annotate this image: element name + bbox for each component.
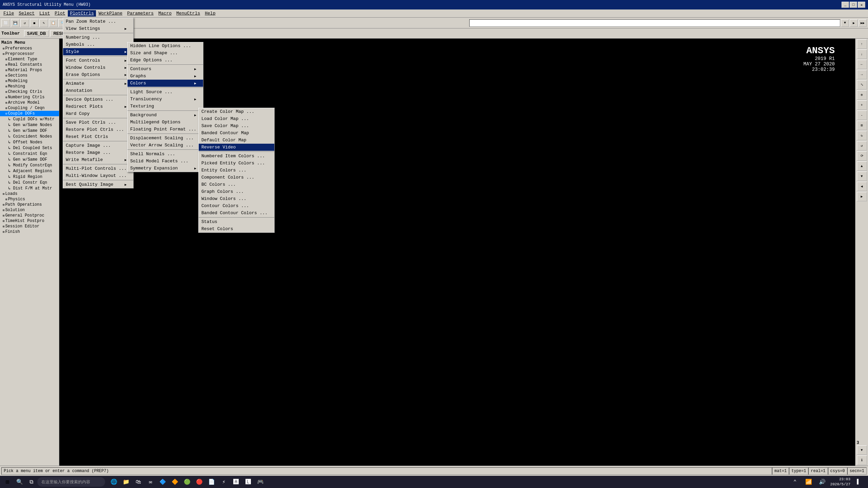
menu-numbering[interactable]: Numbering ... xyxy=(63,34,133,41)
toolbar-icon-1[interactable]: ⬜ xyxy=(1,19,10,27)
sidebar-item-timehist[interactable]: ⊞ TimeHist Postpro xyxy=(0,218,59,224)
taskbar-icon-app3[interactable]: 🟢 xyxy=(182,476,193,487)
menu-workplane[interactable]: WorkPlane xyxy=(97,10,124,17)
sidebar-item-gen-same-dof1[interactable]: ↳ Gen w/Same DOF xyxy=(0,128,59,134)
menu-plotctrls[interactable]: PlotCtrls xyxy=(68,10,96,17)
taskbar-icon-app2[interactable]: 🔶 xyxy=(170,476,180,487)
sidebar-item-archive-model[interactable]: ⊞ Archive Model xyxy=(0,100,59,105)
menu-list[interactable]: List xyxy=(37,10,52,17)
menu-font-controls[interactable]: Font Controls ▶ xyxy=(63,57,133,64)
style-vector-arrow[interactable]: Vector Arrow Scaling ... xyxy=(127,142,203,149)
style-hidden-line[interactable]: Hidden Line Options ... xyxy=(127,42,203,49)
taskbar-icon-pdf[interactable]: 📄 xyxy=(206,476,217,487)
taskbar-clock[interactable]: 23:03 2020/5/27 xyxy=(830,477,850,487)
style-symmetry[interactable]: Symmetry Expansion ▶ xyxy=(127,165,203,172)
right-btn-2[interactable]: ↓ xyxy=(857,49,867,59)
style-texturing[interactable]: Texturing xyxy=(127,103,203,110)
sidebar-item-material-props[interactable]: ⊞ Material Props xyxy=(0,67,59,73)
taskbar-task-view[interactable]: ⧉ xyxy=(26,476,37,487)
taskbar-show-desktop[interactable]: ▌ xyxy=(853,476,864,487)
sidebar-item-adjacent-regions[interactable]: ↳ Adjacent Regions xyxy=(0,168,59,174)
right-btn-next[interactable]: ▶ xyxy=(857,192,867,201)
sidebar-item-offset-nodes[interactable]: ↳ Offset Nodes xyxy=(0,139,59,145)
right-btn-1[interactable]: ↑ xyxy=(857,39,867,49)
menu-multi-plot-controls[interactable]: Multi-Plot Controls ... xyxy=(63,165,133,172)
colors-numbered-item[interactable]: Numbered Item Colors ... xyxy=(199,152,274,160)
taskbar-icon-app7[interactable]: 🅻 xyxy=(243,476,254,487)
style-colors[interactable]: Colors ▶ xyxy=(127,80,203,87)
style-edge-options[interactable]: Edge Options ... xyxy=(127,57,203,64)
colors-bc[interactable]: BC Colors ... xyxy=(199,181,274,188)
menu-restore-image[interactable]: Restore Image ... xyxy=(63,149,133,156)
colors-create-color-map[interactable]: Create Color Map ... xyxy=(199,108,274,115)
toolbar-icon-6[interactable]: 📋 xyxy=(49,19,58,27)
colors-graph[interactable]: Graph Colors ... xyxy=(199,188,274,195)
menu-macro[interactable]: Macro xyxy=(156,10,174,17)
menu-window-controls[interactable]: Window Controls ▶ xyxy=(63,64,133,71)
taskbar-icon-edge[interactable]: 🌐 xyxy=(108,476,119,487)
taskbar-icon-app4[interactable]: 🔴 xyxy=(194,476,205,487)
right-btn-fit[interactable]: ⊞ xyxy=(857,121,867,130)
style-background[interactable]: Background ▶ xyxy=(127,111,203,119)
sidebar-item-general-postproc[interactable]: ⊞ General Postproc xyxy=(0,213,59,218)
right-btn-4[interactable]: → xyxy=(857,70,867,79)
sidebar-item-loads[interactable]: ⊞ Loads xyxy=(0,191,59,197)
sidebar-item-constraint-eqn[interactable]: ↳ Constraint Eqn xyxy=(0,151,59,157)
menu-multi-window-layout[interactable]: Multi-Window Layout ... xyxy=(63,172,133,179)
right-btn-rotate-z[interactable]: ⟳ xyxy=(857,151,867,161)
right-btn-info[interactable]: ℹ xyxy=(857,455,867,465)
colors-contour[interactable]: Contour Colors ... xyxy=(199,202,274,209)
colors-save-color-map[interactable]: Save Color Map ... xyxy=(199,122,274,129)
menu-device-options[interactable]: Device Options ... xyxy=(63,96,133,103)
sidebar-item-gen-same-nodes[interactable]: ↳ Gen w/Same Nodes xyxy=(0,122,59,128)
colors-reverse-video[interactable]: Reverse Video xyxy=(199,144,274,151)
menu-file[interactable]: File xyxy=(1,10,16,17)
taskbar-icon-app6[interactable]: 🅰 xyxy=(231,476,241,487)
taskbar-icon-app5[interactable]: ⚡ xyxy=(218,476,229,487)
taskbar-system-icons[interactable]: ⌃ xyxy=(790,476,801,487)
right-btn-up[interactable]: ▲ xyxy=(857,161,867,171)
sidebar-item-gen-same-dof2[interactable]: ↳ Gen w/Same DOF xyxy=(0,157,59,162)
input-go-btn2[interactable]: ▶▶ xyxy=(859,19,867,27)
toolbar-icon-3[interactable]: ↺ xyxy=(20,19,29,27)
style-contours[interactable]: Contours ▶ xyxy=(127,65,203,73)
input-go-btn1[interactable]: ▶ xyxy=(850,19,858,27)
close-button[interactable]: ✕ xyxy=(858,2,865,8)
menu-write-metafile[interactable]: Write Metafile ▶ xyxy=(63,156,133,163)
toolbar-icon-4[interactable]: ◼ xyxy=(30,19,39,27)
taskbar-icon-store[interactable]: 🛍 xyxy=(133,476,144,487)
sidebar-item-cupld-dofs[interactable]: ↳ Cupld DOFs w/Mstr xyxy=(0,116,59,122)
taskbar-icon-mail[interactable]: ✉ xyxy=(145,476,156,487)
style-graphs[interactable]: Graphs ▶ xyxy=(127,73,203,80)
sidebar-item-real-constants[interactable]: ⊞ Real Constants xyxy=(0,62,59,67)
style-shell-normals[interactable]: Shell Normals ... xyxy=(127,150,203,158)
save-db-button[interactable]: SAVE_DB xyxy=(24,30,49,37)
colors-load-color-map[interactable]: Load Color Map ... xyxy=(199,115,274,122)
menu-hard-copy[interactable]: Hard Copy xyxy=(63,110,133,117)
sidebar-item-numbering-ctrls[interactable]: ⊞ Numbering Ctrls xyxy=(0,95,59,100)
right-btn-rotate-y[interactable]: ↺ xyxy=(857,141,867,150)
right-btn-rotate-x[interactable]: ↻ xyxy=(857,131,867,140)
command-input[interactable] xyxy=(469,19,840,27)
sidebar-item-finish[interactable]: ⊞ Finish xyxy=(0,229,59,235)
menu-redirect-plots[interactable]: Redirect Plots ▶ xyxy=(63,103,133,110)
input-arrow-btn[interactable]: ▼ xyxy=(841,19,849,27)
colors-status[interactable]: Status xyxy=(199,218,274,225)
sidebar-item-modeling[interactable]: ⊞ Modeling xyxy=(0,78,59,84)
style-solid-model[interactable]: Solid Model Facets ... xyxy=(127,158,203,165)
start-button[interactable]: ⊞ xyxy=(1,476,14,487)
sidebar-item-rigid-region[interactable]: ↳ Rigid Region xyxy=(0,174,59,180)
menu-help[interactable]: Help xyxy=(203,10,217,17)
taskbar-search-icon[interactable]: 🔍 xyxy=(14,476,25,487)
colors-banded-contour[interactable]: Banded Contour Colors ... xyxy=(199,209,274,217)
menu-annotation[interactable]: Annotation xyxy=(63,87,133,94)
style-multilegend[interactable]: Multilegend Options xyxy=(127,119,203,126)
toolbar-icon-2[interactable]: 💾 xyxy=(11,19,20,27)
sidebar-item-del-constr-eqn[interactable]: ↳ Del Constr Eqn xyxy=(0,180,59,185)
minimize-button[interactable]: _ xyxy=(842,2,849,8)
sidebar-item-modify-constr[interactable]: ↳ Modify ConstrEqn xyxy=(0,162,59,168)
right-btn-prev[interactable]: ◀ xyxy=(857,182,867,191)
taskbar-icon-app1[interactable]: 🔷 xyxy=(157,476,168,487)
sidebar-item-preprocessor[interactable]: ⊞ Preprocessor xyxy=(0,51,59,57)
right-btn-zoom-out[interactable]: - xyxy=(857,110,867,120)
